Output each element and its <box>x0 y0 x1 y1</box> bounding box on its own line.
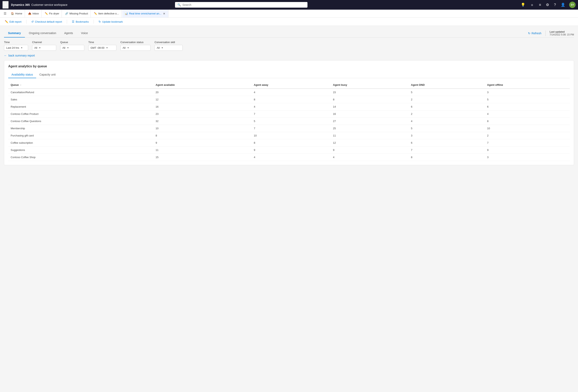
cell-available-9: 15 <box>153 154 251 161</box>
back-link[interactable]: ← back summary report <box>4 54 574 57</box>
col-queue-label: Queue <box>11 83 19 86</box>
cell-available-8: 11 <box>153 147 251 154</box>
cell-queue-3: Contoso Coffee Product <box>8 111 153 118</box>
filter-time1-chevron: ▼ <box>21 47 23 49</box>
table-row: Contoso Coffee Product 23 7 16 2 4 <box>8 111 570 118</box>
waffle-menu-button[interactable]: ⊞ <box>2 1 9 9</box>
cell-available-4: 32 <box>153 118 251 125</box>
tab-bar-menu-button[interactable]: ☰ <box>2 11 8 16</box>
edit-icon-fix-dryer: ✏️ <box>45 12 48 15</box>
add-icon-button[interactable]: ＋ <box>529 1 535 8</box>
filter-time1-label: Time <box>4 41 28 44</box>
cell-dnd-3: 2 <box>409 111 485 118</box>
cell-busy-5: 25 <box>331 125 409 132</box>
filter-conv-skill-label: Conversation skill <box>154 41 183 44</box>
col-available: Agent available <box>153 81 251 89</box>
refresh-area: ↻ Refresh Last updated 7/14/2022 5:08: 1… <box>528 31 574 36</box>
menu-icon-button[interactable]: ≡ <box>538 2 542 8</box>
table-row: Replacement 16 4 14 6 6 <box>8 103 570 111</box>
tab-agents-label: Agents <box>64 32 73 35</box>
edit-report-button[interactable]: ✏️ Edit report <box>3 19 23 24</box>
cell-dnd-8: 7 <box>409 147 485 154</box>
cell-queue-7: Coffee subscription <box>8 139 153 147</box>
tab-real-time-close-button[interactable]: ✕ <box>163 12 166 15</box>
cell-dnd-1: 2 <box>409 96 485 103</box>
cell-away-5: 7 <box>251 125 331 132</box>
tab-home[interactable]: 🏠 Home <box>8 10 25 17</box>
sub-tab-availability[interactable]: Availability status <box>8 71 36 78</box>
tab-item-defective[interactable]: ✏️ Item defective o... <box>92 10 122 17</box>
cell-available-1: 12 <box>153 96 251 103</box>
edit-icon-defective: ✏️ <box>94 12 97 15</box>
tab-missing-product[interactable]: 🔗 Missing Product <box>63 10 91 17</box>
tab-summary[interactable]: Summary <box>4 29 25 38</box>
update-bookmark-button[interactable]: ↻ Update bookmark <box>97 19 124 24</box>
filter-time2-select[interactable]: GMT -08:00 ▼ <box>88 45 116 51</box>
back-arrow-icon: ← <box>4 54 7 57</box>
help-icon-button[interactable]: ? <box>553 2 557 8</box>
tab-fix-dryer-label: Fix dryer <box>49 12 59 15</box>
main-content: Summary Ongoing conversation Agents Voic… <box>0 26 578 168</box>
sort-icon-queue[interactable]: ↑ <box>20 84 21 86</box>
cell-queue-2: Replacement <box>8 103 153 111</box>
cell-offline-2: 6 <box>485 103 570 111</box>
checkout-default-button[interactable]: ↺ Checkout default report <box>30 19 64 24</box>
edit-report-icon: ✏️ <box>5 20 8 23</box>
filter-channel-chevron: ▼ <box>39 47 41 49</box>
filter-time1-select[interactable]: Last 24 hrs ▼ <box>4 45 28 51</box>
avatar[interactable]: SY <box>569 1 576 8</box>
lightbulb-icon-button[interactable]: 💡 <box>520 2 526 8</box>
filters-row: Time Last 24 hrs ▼ Channel All ▼ Queue A… <box>4 41 574 51</box>
cell-away-6: 10 <box>251 132 331 139</box>
col-queue: Queue ↑ <box>8 81 153 89</box>
tab-fix-dryer[interactable]: ✏️ Fix dryer <box>42 10 62 17</box>
update-bookmark-label: Update bookmark <box>102 20 123 23</box>
search-input[interactable] <box>183 3 305 6</box>
cell-offline-4: 8 <box>485 118 570 125</box>
sub-tab-capacity[interactable]: Capacity unit <box>36 71 59 78</box>
col-offline: Agent offline <box>485 81 570 89</box>
cell-available-0: 20 <box>153 89 251 96</box>
tab-ongoing-conversation[interactable]: Ongoing conversation <box>25 29 60 38</box>
table-row: Coffee subscription 9 8 12 6 7 <box>8 139 570 147</box>
cell-queue-9: Contoso Coffee Shop <box>8 154 153 161</box>
filter-conv-skill-select[interactable]: All ▼ <box>154 45 183 51</box>
tab-inbox[interactable]: 📥 Inbox <box>26 10 42 17</box>
cell-busy-9: 4 <box>331 154 409 161</box>
checkout-icon: ↺ <box>31 20 34 23</box>
filter-conv-status-label: Conversation status <box>120 41 150 44</box>
chart-icon-realtime: 📊 <box>125 12 128 15</box>
tab-item-defective-label: Item defective o... <box>98 12 119 15</box>
agent-analytics-card: Agent analytics by queue Availability st… <box>4 60 574 165</box>
filter-time2: Time GMT -08:00 ▼ <box>88 41 116 51</box>
filter-queue-label: Queue <box>60 41 84 44</box>
tab-agents[interactable]: Agents <box>60 29 77 38</box>
refresh-button[interactable]: ↻ Refresh <box>528 32 541 35</box>
cell-offline-8: 9 <box>485 147 570 154</box>
agent-queue-table: Queue ↑ Agent available Agent away Agent… <box>8 81 570 161</box>
bookmarks-button[interactable]: ☰ Bookmarks <box>70 19 90 24</box>
table-row: Cancellation/Refund 20 4 15 5 3 <box>8 89 570 96</box>
search-box[interactable]: 🔍 <box>175 2 307 8</box>
cell-away-3: 7 <box>251 111 331 118</box>
filter-conv-status-select[interactable]: All ▼ <box>120 45 150 51</box>
tab-real-time[interactable]: 📊 Real time omnichannel an... ✕ <box>122 10 168 17</box>
cell-available-2: 16 <box>153 103 251 111</box>
cell-available-3: 23 <box>153 111 251 118</box>
cell-queue-4: Contoso Coffee Questions <box>8 118 153 125</box>
tab-voice[interactable]: Voice <box>77 29 92 38</box>
tab-summary-label: Summary <box>8 32 21 35</box>
cell-offline-6: 2 <box>485 132 570 139</box>
settings-icon-button[interactable]: ⚙ <box>545 2 550 8</box>
last-updated-label: Last updated <box>550 31 574 33</box>
filter-channel-label: Channel <box>32 41 56 44</box>
filter-channel-select[interactable]: All ▼ <box>32 45 56 51</box>
filter-conv-status: Conversation status All ▼ <box>120 41 150 51</box>
person-icon-button[interactable]: 👤 <box>560 2 566 8</box>
filter-queue-select[interactable]: All ▼ <box>60 45 84 51</box>
filter-time1: Time Last 24 hrs ▼ <box>4 41 28 51</box>
update-bookmark-icon: ↻ <box>98 20 101 23</box>
cell-dnd-9: 8 <box>409 154 485 161</box>
cell-busy-0: 15 <box>331 89 409 96</box>
tab-ongoing-label: Ongoing conversation <box>29 32 56 35</box>
